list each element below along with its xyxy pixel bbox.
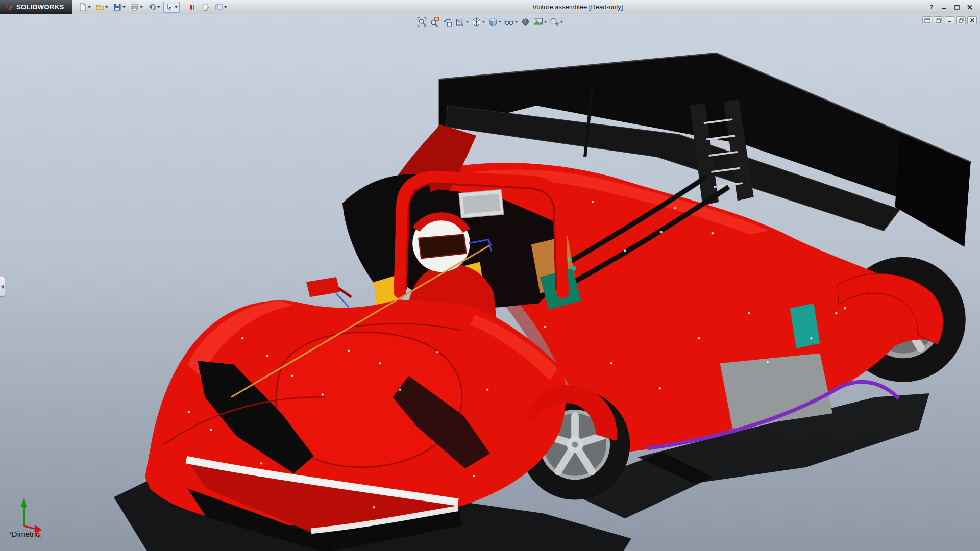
save-icon [113, 3, 121, 11]
window-title: Voiture assemblee [Read-only] [229, 3, 926, 11]
undo-button[interactable] [146, 2, 162, 13]
section-view-icon [455, 17, 465, 27]
close-button[interactable] [965, 3, 975, 12]
viewport-canvas[interactable]: x [0, 14, 980, 551]
view-orientation-button[interactable] [471, 16, 486, 28]
dropdown-caret-icon [466, 21, 469, 23]
orientation-label: *Dimetric [9, 530, 40, 538]
minimize-icon [942, 5, 947, 10]
view-settings-icon [550, 17, 560, 27]
dropdown-caret-icon [157, 6, 160, 8]
rearview-mirror [459, 189, 504, 218]
hide-show-items-button[interactable] [504, 16, 519, 28]
panel-icon [215, 3, 223, 11]
document-window-controls [922, 16, 977, 24]
print-button[interactable] [129, 2, 145, 13]
dropdown-caret-icon [224, 6, 227, 8]
document-edit-icon [202, 3, 210, 11]
chevron-left-icon [1, 285, 4, 289]
glasses-icon [504, 17, 514, 27]
previous-view-icon [443, 17, 453, 27]
brand-text: SOLIDWORKS [16, 3, 64, 11]
window-controls: ? [926, 3, 980, 12]
zoom-to-area-button[interactable] [429, 16, 440, 28]
undo-icon [148, 3, 156, 11]
titlebar: SOLIDWORKS [0, 0, 980, 14]
select-tool-button[interactable] [163, 2, 180, 13]
previous-view-button[interactable] [442, 16, 453, 28]
zoom-to-area-icon [430, 17, 440, 27]
dropdown-caret-icon [560, 21, 564, 23]
window-pages-icon [936, 18, 942, 23]
doc-window-button-b[interactable] [934, 16, 943, 24]
apply-scene-button[interactable] [533, 16, 548, 28]
display-style-button[interactable] [487, 16, 502, 28]
panel-options-button[interactable] [213, 2, 229, 13]
open-button[interactable] [94, 2, 110, 13]
app-logo: SOLIDWORKS [0, 0, 72, 14]
selection-filter-button[interactable] [186, 2, 199, 13]
solidworks-swirl-icon [4, 3, 13, 12]
main-toolbar [72, 2, 229, 13]
open-folder-icon [96, 3, 104, 11]
select-cursor-icon [165, 3, 174, 11]
view-settings-button[interactable] [549, 16, 564, 28]
graphics-viewport[interactable]: x [0, 14, 980, 551]
toolbar-separator [183, 3, 183, 12]
dropdown-caret-icon [482, 21, 485, 23]
close-document-button[interactable] [967, 16, 977, 24]
dropdown-caret-icon [105, 6, 108, 8]
dropdown-caret-icon [515, 21, 518, 23]
section-view-button[interactable] [455, 16, 470, 28]
new-document-icon [79, 3, 87, 11]
minimize-document-button[interactable] [945, 16, 954, 24]
print-icon [131, 3, 139, 11]
zoom-to-fit-button[interactable] [416, 16, 428, 28]
zoom-to-fit-icon [417, 17, 427, 27]
dropdown-caret-icon [175, 6, 178, 8]
minimize-button[interactable] [939, 3, 949, 12]
scene-icon [533, 17, 544, 27]
maximize-button[interactable] [952, 3, 962, 12]
appearance-sphere-icon [521, 17, 531, 27]
close-icon [967, 5, 972, 10]
document-edit-button[interactable] [200, 2, 212, 13]
maximize-icon [954, 5, 960, 10]
new-document-button[interactable] [77, 2, 93, 13]
doc-window-button-a[interactable] [922, 16, 932, 24]
dropdown-caret-icon [544, 21, 547, 23]
selection-filter-bars-icon [188, 3, 197, 11]
feature-panel-flyout-handle[interactable] [0, 277, 5, 297]
dropdown-caret-icon [122, 6, 126, 8]
help-button[interactable]: ? [926, 3, 937, 12]
minimize-icon [947, 18, 952, 23]
save-button[interactable] [111, 2, 128, 13]
restore-icon [959, 18, 964, 23]
dropdown-caret-icon [140, 6, 143, 8]
side-mirror [306, 277, 351, 297]
view-orientation-cube-icon [472, 17, 482, 27]
close-icon [970, 18, 975, 23]
window-pages-icon [924, 18, 930, 23]
display-style-cube-icon [488, 17, 498, 27]
dropdown-caret-icon [499, 21, 502, 23]
restore-document-button[interactable] [956, 16, 966, 24]
heads-up-toolbar [416, 16, 564, 28]
edit-appearance-button[interactable] [520, 16, 531, 28]
dropdown-caret-icon [88, 6, 91, 8]
